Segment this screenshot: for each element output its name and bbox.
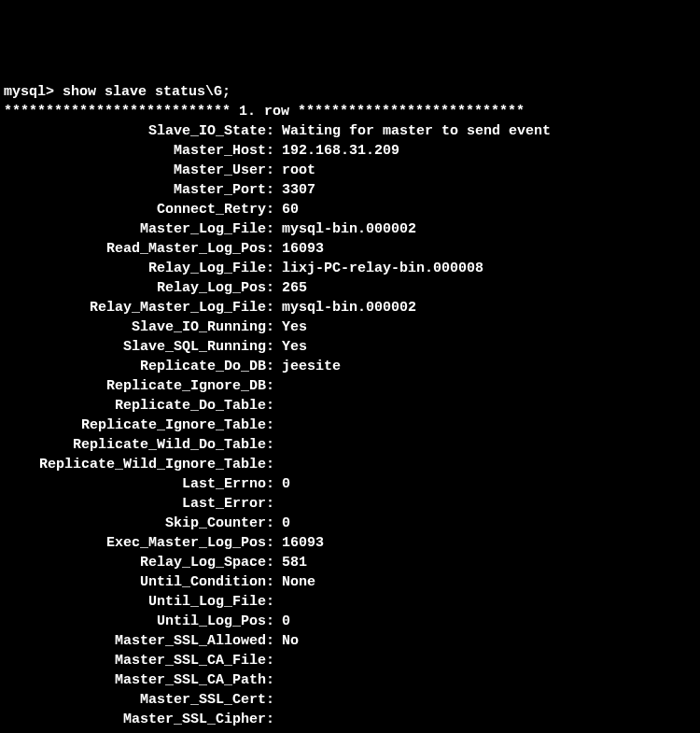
header-suffix: *************************** <box>298 104 525 120</box>
status-label: Master_SSL_Key: <box>4 729 274 733</box>
status-label: Slave_SQL_Running: <box>4 337 274 357</box>
status-value: 3307 <box>274 180 315 200</box>
status-row: Slave_SQL_Running:Yes <box>4 337 700 357</box>
status-row: Master_SSL_Cert: <box>4 690 700 710</box>
status-row: Master_Host:192.168.31.209 <box>4 141 700 161</box>
status-label: Relay_Log_Pos: <box>4 278 274 298</box>
status-label: Master_SSL_Cert: <box>4 690 274 710</box>
header-center: 1. row <box>231 104 298 120</box>
status-label: Master_SSL_Cipher: <box>4 710 274 729</box>
status-label: Relay_Master_Log_File: <box>4 298 274 317</box>
status-label: Read_Master_Log_Pos: <box>4 239 274 259</box>
status-row: Replicate_Do_DB:jeesite <box>4 357 700 376</box>
status-value: 16093 <box>274 533 324 553</box>
status-row: Replicate_Ignore_DB: <box>4 376 700 396</box>
status-row: Last_Error: <box>4 494 700 514</box>
status-label: Replicate_Ignore_DB: <box>4 376 274 396</box>
status-row: Master_SSL_CA_Path: <box>4 670 700 690</box>
status-value: mysql-bin.000002 <box>274 219 416 239</box>
status-row: Relay_Log_File:lixj-PC-relay-bin.000008 <box>4 259 700 278</box>
status-label: Exec_Master_Log_Pos: <box>4 533 274 553</box>
status-value: 0 <box>274 474 290 494</box>
status-row: Slave_IO_Running:Yes <box>4 317 700 337</box>
status-label: Master_SSL_Allowed: <box>4 631 274 651</box>
status-row: Until_Log_File: <box>4 592 700 612</box>
status-label: Master_Port: <box>4 180 274 200</box>
status-label: Relay_Log_Space: <box>4 553 274 572</box>
status-row: Master_SSL_Cipher: <box>4 710 700 729</box>
status-label: Connect_Retry: <box>4 200 274 219</box>
status-label: Last_Errno: <box>4 474 274 494</box>
status-label: Master_SSL_CA_Path: <box>4 670 274 690</box>
status-value: None <box>274 572 315 592</box>
status-value: 192.168.31.209 <box>274 141 399 161</box>
status-row: Slave_IO_State:Waiting for master to sen… <box>4 121 700 141</box>
status-value: 16093 <box>274 239 324 259</box>
status-row: Master_Port:3307 <box>4 180 700 200</box>
status-row: Relay_Log_Space:581 <box>4 553 700 572</box>
status-row: Replicate_Do_Table: <box>4 396 700 416</box>
status-value: jeesite <box>274 357 341 376</box>
status-label: Replicate_Wild_Ignore_Table: <box>4 455 274 474</box>
status-value: 0 <box>274 612 290 631</box>
status-label: Last_Error: <box>4 494 274 514</box>
status-row: Master_SSL_Key: <box>4 729 700 733</box>
status-value: Yes <box>274 337 307 357</box>
prompt-line: mysql> show slave status\G; <box>4 82 700 102</box>
status-label: Master_User: <box>4 161 274 180</box>
status-value: 60 <box>274 200 299 219</box>
status-value: lixj-PC-relay-bin.000008 <box>274 259 483 278</box>
status-value: Waiting for master to send event <box>274 121 551 141</box>
status-value: root <box>274 161 315 180</box>
status-row: Master_SSL_CA_File: <box>4 651 700 670</box>
status-label: Replicate_Do_DB: <box>4 357 274 376</box>
status-label: Slave_IO_State: <box>4 121 274 141</box>
status-label: Until_Condition: <box>4 572 274 592</box>
header-prefix: *************************** <box>4 104 231 120</box>
status-value: mysql-bin.000002 <box>274 298 416 317</box>
status-row: Master_SSL_Allowed:No <box>4 631 700 651</box>
status-label: Skip_Counter: <box>4 514 274 533</box>
status-value: Yes <box>274 317 307 337</box>
status-label: Relay_Log_File: <box>4 259 274 278</box>
status-row: Last_Errno:0 <box>4 474 700 494</box>
status-label: Until_Log_File: <box>4 592 274 612</box>
status-label: Slave_IO_Running: <box>4 317 274 337</box>
status-row: Until_Condition:None <box>4 572 700 592</box>
status-row: Replicate_Wild_Ignore_Table: <box>4 455 700 474</box>
status-row: Replicate_Ignore_Table: <box>4 416 700 435</box>
status-value: 0 <box>274 514 290 533</box>
status-row: Until_Log_Pos:0 <box>4 612 700 631</box>
status-label: Master_SSL_CA_File: <box>4 651 274 670</box>
status-value: 265 <box>274 278 307 298</box>
status-row: Exec_Master_Log_Pos:16093 <box>4 533 700 553</box>
status-label: Replicate_Wild_Do_Table: <box>4 435 274 455</box>
status-row: Master_Log_File:mysql-bin.000002 <box>4 219 700 239</box>
status-row: Read_Master_Log_Pos:16093 <box>4 239 700 259</box>
status-row: Skip_Counter:0 <box>4 514 700 533</box>
status-row: Relay_Master_Log_File:mysql-bin.000002 <box>4 298 700 317</box>
status-label: Master_Log_File: <box>4 219 274 239</box>
status-label: Replicate_Ignore_Table: <box>4 416 274 435</box>
status-rows: Slave_IO_State:Waiting for master to sen… <box>4 121 700 733</box>
status-label: Master_Host: <box>4 141 274 161</box>
status-label: Until_Log_Pos: <box>4 612 274 631</box>
status-value: 581 <box>274 553 307 572</box>
status-row: Relay_Log_Pos:265 <box>4 278 700 298</box>
status-value: No <box>274 631 299 651</box>
status-row: Replicate_Wild_Do_Table: <box>4 435 700 455</box>
status-label: Replicate_Do_Table: <box>4 396 274 416</box>
row-header: *************************** 1. row *****… <box>4 102 700 121</box>
status-row: Master_User:root <box>4 161 700 180</box>
status-row: Connect_Retry:60 <box>4 200 700 219</box>
